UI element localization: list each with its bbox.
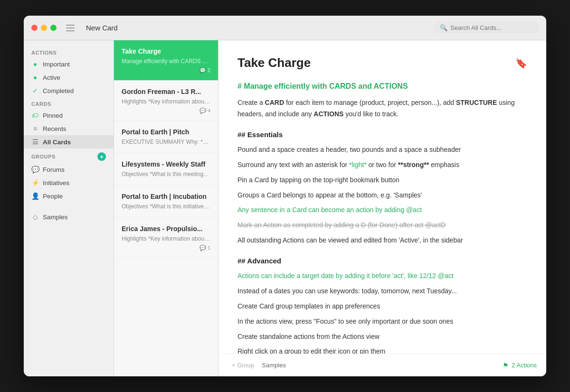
card-item-portal-pitch[interactable]: Portal to Earth | Pitch EXECUTIVE SUMMAR… [114,121,218,153]
content-heading1: # Manage efficiently with CARDS and ACTI… [238,80,527,93]
card-title-text: Take Charge [238,56,311,70]
card-list: Take Charge Manage efficiently with CARD… [114,40,218,376]
traffic-lights [31,25,57,31]
groups-header: GROUPS + [24,149,114,163]
titlebar: New Card 🔍 [24,16,546,40]
sidebar-item-all-cards[interactable]: ☰ All Cards [24,135,114,149]
sidebar-item-initiatives-label: Initiatives [43,179,69,187]
all-cards-icon: ☰ [31,138,39,146]
footer-actions[interactable]: ⚑ 2 Actions [503,362,537,369]
sidebar-item-completed[interactable]: ✓ Completed [24,84,114,97]
sidebar-toggle-button[interactable] [66,25,75,31]
card-item-title: Lifesystems - Weekly Staff [122,160,210,168]
sidebar-item-initiatives[interactable]: ⚡ Initiatives [24,176,114,189]
card-item-footer: 💬 4 [122,108,210,114]
card-item-title: Gordon Freeman - L3 R... [122,87,210,96]
card-title-area: Take Charge 🔖 [238,56,527,70]
main-footer: + Group Samples ⚑ 2 Actions [218,354,546,376]
people-icon: 👤 [31,192,39,200]
card-item-gordon[interactable]: Gordon Freeman - L3 R... Highlights *Key… [114,81,218,121]
cards-section-label: CARDS [24,97,114,109]
advanced-heading: ## Advanced [238,255,527,267]
sidebar-item-recents[interactable]: ≡ Recents [24,122,114,135]
card-item-footer: 💬 2 [122,67,210,74]
maximize-button[interactable] [50,25,57,31]
bookmark-icon[interactable]: 🔖 [515,57,527,69]
content-intro: Create a CARD for each item to manage (p… [238,97,527,120]
main-content: Take Charge 🔖 # Manage efficiently with … [218,40,546,376]
card-content: # Manage efficiently with CARDS and ACTI… [238,80,527,354]
sidebar-item-important-label: Important [43,61,70,68]
recents-icon: ≡ [31,125,39,132]
search-bar: 🔍 [434,22,539,34]
essentials-6: Mark an Action as completed by adding a … [238,220,527,231]
card-item-title: Take Charge [122,47,210,56]
comment-badge: 💬 2 [200,67,210,74]
card-item-footer: 💬 1 [122,245,210,251]
comment-count: 2 [208,67,210,73]
essentials-4: Groups a Card belongs to appear at the b… [238,190,527,201]
essentials-3: Pin a Card by tapping on the top-right b… [238,175,527,186]
sidebar-item-forums[interactable]: 💬 Forums [24,163,114,176]
content-area: ACTIONS ● Important ● Active ✓ Completed… [24,40,546,376]
card-item-take-charge[interactable]: Take Charge Manage efficiently with CARD… [114,40,218,81]
comment-count: 4 [208,108,210,113]
essentials-heading: ## Essentials [238,129,527,141]
advanced-1: Actions can include a target date by add… [238,271,527,282]
essentials-5: Any sentence in a Card can become an act… [238,205,527,216]
advanced-5: Create standalone actions from the Actio… [238,331,527,343]
forums-icon: 💬 [31,166,39,173]
completed-icon: ✓ [31,87,39,94]
comment-icon: 💬 [200,245,206,251]
card-item-subtitle: Highlights *Key information about the pr… [122,98,210,106]
actions-section-label: ACTIONS [24,46,114,57]
actions-count: 2 Actions [512,362,537,369]
essentials-1: Pound and a space creates a header, two … [238,144,527,156]
card-item-subtitle: Highlights *Key information about the pr… [122,235,210,243]
close-button[interactable] [31,25,38,31]
card-item-erica[interactable]: Erica James - Propulsio... Highlights *K… [114,218,218,258]
sidebar-item-people[interactable]: 👤 People [24,189,114,203]
samples-section: ◇ Samples [24,210,114,224]
sidebar-item-recents-label: Recents [43,125,66,132]
pinned-icon: 🏷 [31,112,39,119]
sample-tag[interactable]: Samples [262,362,286,369]
card-item-portal-incubation[interactable]: Portal to Earth | Incubation Objectives … [114,186,218,218]
sidebar-item-pinned-label: Pinned [43,112,63,119]
sidebar-item-active[interactable]: ● Active [24,71,114,84]
card-item-subtitle: Objectives *What is this initiative tryi… [122,203,210,211]
sidebar-item-pinned[interactable]: 🏷 Pinned [24,109,114,122]
app-window: New Card 🔍 ACTIONS ● Important ● Active … [24,16,546,376]
advanced-2: Instead of a dates you can use keywords:… [238,286,527,297]
card-item-subtitle: EXECUTIVE SUMMARY Why: *Why this needs t… [122,138,210,146]
sidebar-item-important[interactable]: ● Important [24,57,114,71]
card-item-title: Portal to Earth | Pitch [122,128,210,136]
samples-icon: ◇ [31,213,39,221]
advanced-6: Right click on a group to edit their ico… [238,346,527,354]
sidebar: ACTIONS ● Important ● Active ✓ Completed… [24,40,114,376]
add-group-footer-button[interactable]: + Group [228,360,258,371]
comment-count: 1 [208,245,210,251]
sidebar-item-active-label: Active [43,74,60,81]
minimize-button[interactable] [41,25,47,31]
card-item-title: Erica James - Propulsio... [122,224,210,233]
sidebar-item-completed-label: Completed [43,87,74,94]
sidebar-item-samples[interactable]: ◇ Samples [24,210,114,224]
sidebar-item-people-label: People [43,193,63,200]
initiatives-icon: ⚡ [31,179,39,187]
active-icon: ● [31,74,39,81]
card-item-lifesystems[interactable]: Lifesystems - Weekly Staff Objectives *W… [114,153,218,186]
advanced-4: In the actions view, press "Focus" to se… [238,316,527,327]
advanced-3: Create Card group templates in app prefe… [238,301,527,312]
comment-icon: 💬 [200,67,206,74]
actions-footer-icon: ⚑ [503,362,509,369]
comment-badge: 💬 1 [200,245,210,251]
main-body: Take Charge 🔖 # Manage efficiently with … [218,40,546,354]
important-icon: ● [31,60,39,68]
sidebar-item-forums-label: Forums [43,166,65,173]
search-input[interactable] [450,24,533,31]
sidebar-item-all-cards-label: All Cards [43,139,71,146]
groups-section-label: GROUPS [31,154,97,159]
add-group-button[interactable]: + [97,152,106,161]
new-card-button[interactable]: New Card [82,22,122,34]
